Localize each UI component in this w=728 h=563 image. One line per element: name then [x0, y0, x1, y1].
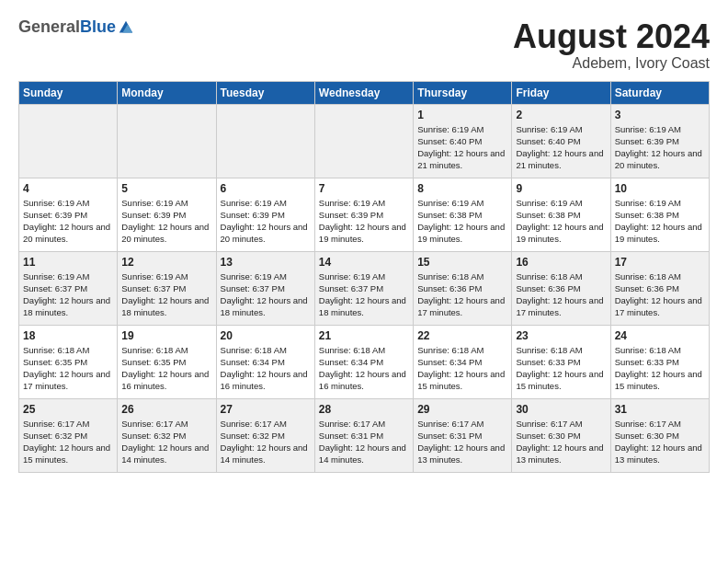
table-cell: 21Sunrise: 6:18 AM Sunset: 6:34 PM Dayli…	[314, 325, 413, 398]
table-cell: 25Sunrise: 6:17 AM Sunset: 6:32 PM Dayli…	[19, 398, 118, 472]
day-info: Sunrise: 6:18 AM Sunset: 6:33 PM Dayligh…	[516, 344, 606, 393]
logo-text: GeneralBlue	[18, 18, 116, 37]
table-cell	[19, 104, 118, 178]
day-number: 15	[417, 256, 507, 269]
day-number: 9	[516, 182, 606, 195]
day-number: 10	[615, 182, 705, 195]
table-cell	[118, 104, 216, 178]
calendar-body: 1Sunrise: 6:19 AM Sunset: 6:40 PM Daylig…	[19, 104, 710, 472]
main-title: August 2024	[513, 18, 710, 55]
day-info: Sunrise: 6:17 AM Sunset: 6:32 PM Dayligh…	[23, 418, 113, 466]
day-info: Sunrise: 6:19 AM Sunset: 6:37 PM Dayligh…	[23, 270, 113, 319]
day-info: Sunrise: 6:18 AM Sunset: 6:36 PM Dayligh…	[615, 270, 705, 319]
day-info: Sunrise: 6:19 AM Sunset: 6:39 PM Dayligh…	[221, 197, 311, 246]
table-cell: 12Sunrise: 6:19 AM Sunset: 6:37 PM Dayli…	[118, 251, 216, 325]
day-number: 1	[417, 109, 507, 121]
day-number: 7	[319, 182, 409, 195]
col-monday: Monday	[118, 81, 216, 104]
day-info: Sunrise: 6:19 AM Sunset: 6:39 PM Dayligh…	[121, 197, 211, 246]
day-number: 6	[221, 182, 311, 195]
day-number: 24	[615, 329, 705, 342]
day-number: 27	[221, 403, 311, 416]
day-number: 11	[23, 256, 113, 269]
day-info: Sunrise: 6:18 AM Sunset: 6:34 PM Dayligh…	[221, 344, 311, 393]
day-info: Sunrise: 6:19 AM Sunset: 6:38 PM Dayligh…	[516, 197, 606, 246]
day-number: 12	[121, 256, 211, 269]
subtitle: Adebem, Ivory Coast	[513, 55, 710, 72]
table-cell: 4Sunrise: 6:19 AM Sunset: 6:39 PM Daylig…	[19, 178, 118, 251]
table-cell: 5Sunrise: 6:19 AM Sunset: 6:39 PM Daylig…	[118, 178, 216, 251]
day-number: 18	[23, 329, 113, 342]
day-info: Sunrise: 6:19 AM Sunset: 6:40 PM Dayligh…	[516, 123, 606, 172]
day-number: 26	[121, 403, 211, 416]
col-wednesday: Wednesday	[314, 81, 413, 104]
day-number: 17	[615, 256, 705, 269]
table-cell: 31Sunrise: 6:17 AM Sunset: 6:30 PM Dayli…	[610, 398, 709, 472]
table-cell: 27Sunrise: 6:17 AM Sunset: 6:32 PM Dayli…	[216, 398, 314, 472]
day-info: Sunrise: 6:17 AM Sunset: 6:31 PM Dayligh…	[319, 418, 409, 466]
table-cell: 9Sunrise: 6:19 AM Sunset: 6:38 PM Daylig…	[512, 178, 610, 251]
day-info: Sunrise: 6:17 AM Sunset: 6:30 PM Dayligh…	[615, 418, 705, 466]
day-number: 20	[221, 329, 311, 342]
table-cell: 16Sunrise: 6:18 AM Sunset: 6:36 PM Dayli…	[512, 251, 610, 325]
day-info: Sunrise: 6:19 AM Sunset: 6:39 PM Dayligh…	[615, 123, 705, 172]
table-cell: 26Sunrise: 6:17 AM Sunset: 6:32 PM Dayli…	[118, 398, 216, 472]
logo: GeneralBlue	[18, 18, 134, 37]
table-cell: 14Sunrise: 6:19 AM Sunset: 6:37 PM Dayli…	[314, 251, 413, 325]
table-cell: 23Sunrise: 6:18 AM Sunset: 6:33 PM Dayli…	[512, 325, 610, 398]
day-number: 5	[121, 182, 211, 195]
col-saturday: Saturday	[610, 81, 709, 104]
day-info: Sunrise: 6:19 AM Sunset: 6:39 PM Dayligh…	[23, 197, 113, 246]
title-block: August 2024 Adebem, Ivory Coast	[513, 18, 710, 72]
day-info: Sunrise: 6:17 AM Sunset: 6:32 PM Dayligh…	[121, 418, 211, 466]
col-thursday: Thursday	[414, 81, 512, 104]
table-cell: 17Sunrise: 6:18 AM Sunset: 6:36 PM Dayli…	[610, 251, 709, 325]
col-friday: Friday	[512, 81, 610, 104]
day-number: 21	[319, 329, 409, 342]
day-number: 31	[615, 403, 705, 416]
day-info: Sunrise: 6:19 AM Sunset: 6:37 PM Dayligh…	[221, 270, 311, 319]
day-number: 3	[615, 109, 705, 121]
table-cell: 30Sunrise: 6:17 AM Sunset: 6:30 PM Dayli…	[512, 398, 610, 472]
calendar-table: Sunday Monday Tuesday Wednesday Thursday…	[18, 81, 710, 473]
day-info: Sunrise: 6:18 AM Sunset: 6:35 PM Dayligh…	[121, 344, 211, 393]
table-cell: 22Sunrise: 6:18 AM Sunset: 6:34 PM Dayli…	[414, 325, 512, 398]
day-number: 2	[516, 109, 606, 121]
table-cell: 11Sunrise: 6:19 AM Sunset: 6:37 PM Dayli…	[19, 251, 118, 325]
day-info: Sunrise: 6:17 AM Sunset: 6:32 PM Dayligh…	[221, 418, 311, 466]
table-cell: 18Sunrise: 6:18 AM Sunset: 6:35 PM Dayli…	[19, 325, 118, 398]
table-cell: 15Sunrise: 6:18 AM Sunset: 6:36 PM Dayli…	[414, 251, 512, 325]
col-sunday: Sunday	[19, 81, 118, 104]
day-info: Sunrise: 6:19 AM Sunset: 6:37 PM Dayligh…	[121, 270, 211, 319]
day-info: Sunrise: 6:18 AM Sunset: 6:33 PM Dayligh…	[615, 344, 705, 393]
day-number: 13	[221, 256, 311, 269]
table-cell: 24Sunrise: 6:18 AM Sunset: 6:33 PM Dayli…	[610, 325, 709, 398]
table-cell: 20Sunrise: 6:18 AM Sunset: 6:34 PM Dayli…	[216, 325, 314, 398]
day-number: 16	[516, 256, 606, 269]
table-cell: 19Sunrise: 6:18 AM Sunset: 6:35 PM Dayli…	[118, 325, 216, 398]
day-info: Sunrise: 6:19 AM Sunset: 6:40 PM Dayligh…	[417, 123, 507, 172]
table-cell: 7Sunrise: 6:19 AM Sunset: 6:39 PM Daylig…	[314, 178, 413, 251]
table-cell: 29Sunrise: 6:17 AM Sunset: 6:31 PM Dayli…	[414, 398, 512, 472]
table-cell	[314, 104, 413, 178]
day-info: Sunrise: 6:18 AM Sunset: 6:36 PM Dayligh…	[516, 270, 606, 319]
table-cell: 28Sunrise: 6:17 AM Sunset: 6:31 PM Dayli…	[314, 398, 413, 472]
day-number: 4	[23, 182, 113, 195]
day-number: 19	[121, 329, 211, 342]
day-number: 30	[516, 403, 606, 416]
day-info: Sunrise: 6:19 AM Sunset: 6:37 PM Dayligh…	[319, 270, 409, 319]
page: GeneralBlue August 2024 Adebem, Ivory Co…	[0, 0, 728, 482]
day-number: 25	[23, 403, 113, 416]
table-cell: 13Sunrise: 6:19 AM Sunset: 6:37 PM Dayli…	[216, 251, 314, 325]
day-number: 29	[417, 403, 507, 416]
day-info: Sunrise: 6:17 AM Sunset: 6:31 PM Dayligh…	[417, 418, 507, 466]
day-info: Sunrise: 6:19 AM Sunset: 6:39 PM Dayligh…	[319, 197, 409, 246]
col-tuesday: Tuesday	[216, 81, 314, 104]
table-cell: 6Sunrise: 6:19 AM Sunset: 6:39 PM Daylig…	[216, 178, 314, 251]
table-cell: 10Sunrise: 6:19 AM Sunset: 6:38 PM Dayli…	[610, 178, 709, 251]
logo-icon	[118, 19, 134, 36]
day-info: Sunrise: 6:18 AM Sunset: 6:34 PM Dayligh…	[319, 344, 409, 393]
day-number: 28	[319, 403, 409, 416]
table-cell: 8Sunrise: 6:19 AM Sunset: 6:38 PM Daylig…	[414, 178, 512, 251]
day-number: 8	[417, 182, 507, 195]
